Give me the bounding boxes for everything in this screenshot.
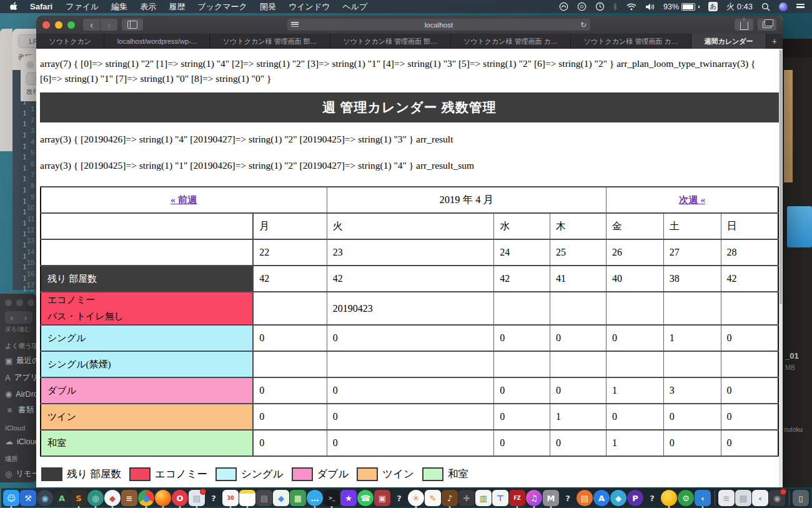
prev-week-link[interactable]: « 前週 [171, 194, 197, 205]
menu-item[interactable]: 開発 [254, 0, 282, 13]
finder-sidebar-item[interactable]: ☁iCloud Drive [0, 434, 36, 449]
dock-icon-keynote[interactable]: ⊤ [492, 490, 508, 506]
finder-sidebar-item[interactable]: Aアプリケーション [0, 369, 36, 386]
dock-icon-gear-app[interactable]: ⚙ [678, 490, 694, 506]
finder-sidebar-item[interactable]: ◎リモートディスク [0, 466, 36, 480]
back-button[interactable]: ‹ [83, 19, 100, 31]
dock-icon-browser-app[interactable]: ◆ [610, 490, 626, 506]
safari-tab[interactable]: 週間カレンダー [691, 34, 766, 49]
safari-tab[interactable]: ソウトクカン様 管理画面 部… [210, 34, 330, 49]
menu-item[interactable]: 表示 [134, 0, 162, 13]
dock-icon-books[interactable]: ▤ [577, 490, 593, 506]
reader-icon[interactable] [291, 22, 299, 27]
finder-sidebar-item[interactable]: ◉AirDrop [0, 386, 36, 402]
address-bar[interactable]: localhost ↻ [287, 19, 590, 31]
dock-icon-garageband[interactable]: ♪ [442, 490, 458, 506]
dock-icon-star-app[interactable]: ★ [340, 490, 357, 506]
dock-icon-terminal[interactable]: >_ [324, 490, 340, 506]
dock-icon-fields-app[interactable]: ▦ [290, 490, 306, 506]
bluetooth-icon[interactable]: ᛒ [613, 2, 618, 11]
dock-icon-parallels[interactable]: P [627, 490, 643, 506]
new-tab-button[interactable]: + [766, 34, 783, 49]
menu-item[interactable]: 履歴 [162, 0, 191, 13]
dock-icon-numbers[interactable]: ▥ [475, 490, 492, 506]
dock-icon-maps[interactable]: ◆ [273, 490, 289, 506]
menu-item[interactable]: ウインドウ [282, 0, 337, 13]
tab-overview-button[interactable] [758, 19, 776, 31]
selected-row-highlight[interactable] [787, 206, 812, 247]
dock-icon-missing-app-4[interactable]: ? [644, 490, 660, 506]
menu-item[interactable]: 編集 [105, 0, 134, 13]
dock-icon-downloads-stack[interactable]: ▤ [735, 490, 751, 506]
input-source-icon[interactable]: あ [708, 2, 718, 11]
dock-icon-atom[interactable]: ◎ [87, 490, 104, 506]
menu-clock[interactable]: 火 0:43 [726, 1, 753, 12]
dock-icon-chrome[interactable]: ● [138, 490, 154, 506]
spotlight-search-icon[interactable] [761, 2, 770, 11]
dock-icon-android-studio[interactable]: A [54, 490, 70, 506]
share-button[interactable] [735, 19, 753, 31]
safari-tab[interactable]: ソウトクカン様 管理画面 部… [330, 34, 451, 49]
dock-icon-xcode[interactable]: ⚒ [20, 490, 36, 506]
dock-icon-vscode-project[interactable]: ‹ [752, 490, 768, 506]
dock-icon-notes[interactable] [239, 490, 255, 506]
dock-icon-pages[interactable]: ✎ [425, 490, 441, 506]
dock-icon-finder[interactable]: ☺ [3, 490, 19, 506]
traffic-lights-inactive[interactable] [5, 299, 34, 306]
apple-menu-icon[interactable] [0, 2, 23, 11]
reload-icon[interactable]: ↻ [580, 21, 587, 29]
menu-item-app[interactable]: Safari [23, 0, 59, 13]
dock-icon-calendar[interactable]: 30 [222, 490, 239, 506]
dock-icon-call-app[interactable]: ☎ [357, 490, 374, 506]
window-button-icon[interactable] [26, 61, 34, 69]
dock-icon-missing-app-1[interactable]: ? [205, 490, 222, 506]
dock-icon-missing-app-2[interactable]: ? [391, 490, 407, 506]
page-scrollbar[interactable] [779, 49, 783, 487]
finder-sidebar-item[interactable]: ▣最近の項目 [0, 352, 36, 369]
menu-item[interactable]: ブックマーク [191, 0, 254, 13]
dock-icon-notebook[interactable]: ▤ [256, 490, 272, 506]
traffic-lights[interactable] [42, 21, 75, 29]
dock-icon-missing-app-3[interactable]: ? [560, 490, 576, 506]
sync-status-icon[interactable]: D [577, 2, 587, 11]
dock-icon-photo-booth[interactable]: ▣ [374, 490, 390, 506]
dock-icon-firefox[interactable] [155, 490, 171, 506]
battery-indicator[interactable]: 93% [663, 2, 700, 11]
dock-icon-documents-stack[interactable]: ≡ [718, 490, 735, 506]
dock-icon-siri[interactable]: ◉ [37, 490, 53, 506]
sidebar-button[interactable] [122, 19, 143, 31]
dock-icon-sublime-text[interactable]: S [71, 490, 87, 506]
dock-icon-dictionary[interactable]: ≡ [121, 490, 137, 506]
wifi-icon[interactable] [626, 3, 636, 11]
safari-tab[interactable]: localhost/wordpress/wp-... [104, 34, 210, 49]
finder-nav-buttons[interactable]: ‹ › [5, 311, 32, 324]
dock-icon-chat-app[interactable]: … [307, 490, 323, 506]
dock-icon-opera[interactable]: O [172, 490, 188, 506]
safari-tab[interactable]: ソウトクカン様 管理画面 カ… [451, 34, 572, 49]
dock-icon-utility-badge[interactable]: ◉ [769, 490, 785, 506]
safari-tab[interactable]: ソウトクカン様 管理画面 カ… [571, 34, 691, 49]
siri-icon[interactable] [779, 2, 788, 11]
dock-icon-filezilla[interactable]: FZ [509, 490, 525, 506]
dock-icon-vscode[interactable]: ‹ [695, 490, 711, 506]
dock-icon-mail-badge[interactable]: ▤ [189, 490, 205, 506]
dock-icon-mamp[interactable]: M [543, 490, 559, 506]
forward-button[interactable]: › [101, 19, 117, 31]
dock-icon-app-store[interactable]: A [593, 490, 610, 506]
notification-center-icon[interactable] [796, 4, 805, 9]
menu-item[interactable]: ヘルプ [336, 0, 374, 13]
volume-icon[interactable] [645, 3, 655, 11]
next-week-link[interactable]: 次週 « [679, 194, 706, 205]
time-machine-icon[interactable] [595, 2, 605, 11]
back-icon[interactable]: ‹ [11, 313, 13, 322]
dock-icon-cyberduck[interactable] [661, 490, 677, 506]
safari-tab[interactable]: ソウトクカン [36, 34, 104, 49]
dock-icon-photos[interactable]: ✳ [408, 490, 424, 506]
dock-icon-utility-dark[interactable]: ✚ [458, 490, 475, 506]
finder-sidebar-item[interactable]: ≡書類 [0, 402, 36, 419]
forward-icon[interactable]: › [24, 313, 27, 322]
dock-icon-trash[interactable]: ▯ [793, 490, 809, 506]
dock-icon-itunes[interactable]: ♫ [526, 490, 542, 506]
dock-icon-safari[interactable]: ◆ [104, 490, 121, 506]
menu-item[interactable]: ファイル [59, 0, 105, 13]
